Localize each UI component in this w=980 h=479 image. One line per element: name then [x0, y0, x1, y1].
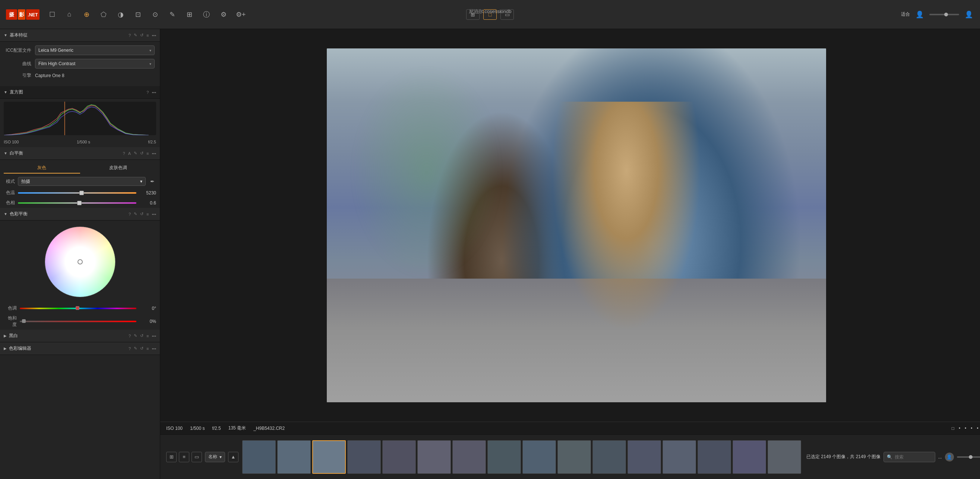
grid-icon[interactable]: ⊞: [184, 9, 194, 20]
gear-plus-icon[interactable]: ⚙+: [235, 9, 246, 20]
wb-tab-skin[interactable]: 皮肤色调: [80, 163, 156, 174]
thumbnail-item[interactable]: [347, 440, 381, 474]
bottom-zoom-slider[interactable]: [957, 456, 980, 458]
menu-icon[interactable]: ≡: [146, 334, 149, 338]
more-icon[interactable]: •••: [152, 346, 156, 351]
curve-dropdown[interactable]: Film High Contrast ▾: [35, 59, 154, 68]
dual-view-icon[interactable]: ▭: [500, 9, 514, 20]
help-icon[interactable]: ?: [129, 334, 131, 338]
image-viewer[interactable]: [160, 29, 980, 422]
thumbnail-item[interactable]: [768, 440, 801, 474]
reset-icon[interactable]: ↺: [140, 151, 143, 156]
more-options-label[interactable]: ...: [938, 454, 942, 460]
copy-icon[interactable]: ✎: [134, 333, 137, 338]
dot2-icon[interactable]: •: [965, 426, 966, 431]
more-icon[interactable]: •••: [152, 334, 156, 338]
info-icon[interactable]: ⓘ: [201, 9, 212, 20]
menu-icon[interactable]: ≡: [146, 346, 149, 351]
dial-icon[interactable]: ◑: [116, 9, 126, 20]
more-icon[interactable]: •••: [152, 212, 156, 216]
bw-header[interactable]: ▶ 黑白 ? ✎ ↺ ≡ •••: [0, 330, 160, 342]
thumbnail-item[interactable]: [242, 440, 276, 474]
reset-icon[interactable]: ↺: [140, 333, 143, 338]
zoom-slider[interactable]: [929, 14, 959, 15]
hue-slider[interactable]: [20, 308, 136, 309]
thumbnail-item[interactable]: [417, 440, 451, 474]
help-icon[interactable]: ?: [146, 90, 149, 95]
thumbnail-item[interactable]: [487, 440, 521, 474]
more-icon[interactable]: •••: [152, 33, 156, 38]
search-input[interactable]: [895, 454, 932, 460]
color-editor-header[interactable]: ▶ 色彩编辑器 ? ✎ ↺ ≡ •••: [0, 342, 160, 355]
person-icon[interactable]: 👤: [915, 9, 925, 20]
thumbnail-item[interactable]: [312, 440, 346, 474]
grid-view-icon[interactable]: ⊞: [466, 9, 480, 20]
link-icon[interactable]: ⊕: [81, 9, 92, 20]
thumbnail-item[interactable]: [277, 440, 311, 474]
pen-icon[interactable]: ✎: [167, 9, 177, 20]
reset-icon[interactable]: ↺: [140, 346, 143, 351]
expand-icon[interactable]: □: [952, 426, 954, 431]
grid-view-icon[interactable]: ⊞: [166, 452, 177, 462]
user-avatar[interactable]: 👤: [945, 452, 954, 462]
thumbnail-item[interactable]: [733, 440, 766, 474]
thumbnail-item[interactable]: [522, 440, 556, 474]
temp-slider[interactable]: [18, 192, 136, 194]
help-icon[interactable]: ?: [129, 346, 131, 351]
shape-icon[interactable]: ⬠: [99, 9, 109, 20]
sat-slider[interactable]: [20, 321, 136, 322]
help-icon[interactable]: ?: [129, 212, 131, 216]
film-view-icon[interactable]: ▭: [191, 452, 202, 462]
dot4-icon[interactable]: •: [977, 426, 978, 431]
thumbnail-item[interactable]: [627, 440, 661, 474]
sort-dropdown[interactable]: 名称 ▾: [205, 452, 225, 462]
wb-header[interactable]: ▼ 白平衡 ? A ✎ ↺ ≡ •••: [0, 147, 160, 160]
color-wheel[interactable]: [45, 227, 116, 297]
search-box[interactable]: 🔍: [883, 452, 935, 462]
iso-value: ISO 100: [4, 140, 19, 144]
auto-icon[interactable]: A: [128, 151, 131, 156]
dot3-icon[interactable]: •: [971, 426, 972, 431]
reset-icon[interactable]: ↺: [140, 33, 143, 38]
more-icon[interactable]: •••: [152, 90, 156, 95]
menu-icon[interactable]: ≡: [146, 212, 149, 216]
copy-icon[interactable]: ✎: [134, 151, 137, 156]
wb-mode-select[interactable]: 拍摄 ▾: [18, 177, 146, 186]
search-icon[interactable]: ⊙: [150, 9, 160, 20]
thumbnail-item[interactable]: [698, 440, 731, 474]
help-icon[interactable]: ?: [129, 33, 131, 38]
color-balance-header[interactable]: ▼ 色彩平衡 ? ✎ ↺ ≡ •••: [0, 208, 160, 220]
copy-icon[interactable]: ✎: [134, 346, 137, 351]
filmstrip-thumbnails: [242, 440, 803, 474]
menu-icon[interactable]: ≡: [146, 151, 149, 156]
basic-features-header[interactable]: ▼ 基本特征 ? ✎ ↺ ≡ •••: [0, 29, 160, 42]
menu-icon[interactable]: ≡: [146, 33, 149, 38]
person2-icon[interactable]: 👤: [964, 9, 974, 20]
single-view-icon[interactable]: □: [483, 9, 497, 20]
eyedropper-icon[interactable]: ✒: [149, 178, 156, 185]
camera-icon[interactable]: ⌂: [64, 9, 75, 20]
tint-slider[interactable]: [18, 202, 136, 204]
copy-icon[interactable]: ✎: [134, 212, 137, 216]
dot1-icon[interactable]: •: [959, 426, 960, 431]
folder-icon[interactable]: ☐: [47, 9, 57, 20]
thumbnail-item[interactable]: [557, 440, 591, 474]
thumbnail-item[interactable]: [382, 440, 416, 474]
wb-tab-gray[interactable]: 灰色: [4, 163, 80, 174]
crop-icon[interactable]: ⊡: [133, 9, 143, 20]
help-icon[interactable]: ?: [123, 151, 125, 156]
reset-icon[interactable]: ↺: [140, 212, 143, 216]
histogram-header[interactable]: ▼ 直方图 ? •••: [0, 86, 160, 99]
thumbnail-item[interactable]: [592, 440, 626, 474]
copy-icon[interactable]: ✎: [134, 33, 137, 38]
thumbnail-item[interactable]: [452, 440, 486, 474]
color-wheel-container: [0, 220, 160, 303]
sort-direction-icon[interactable]: ▲: [228, 452, 239, 462]
icc-dropdown[interactable]: Leica M9 Generic ▾: [35, 46, 154, 55]
thumbnail-item[interactable]: [662, 440, 696, 474]
gear-icon[interactable]: ⚙: [218, 9, 229, 20]
list-view-icon[interactable]: ≡: [179, 452, 189, 462]
color-wheel-dot[interactable]: [78, 259, 83, 265]
chevron-down-icon: ▼: [4, 151, 8, 155]
more-icon[interactable]: •••: [152, 151, 156, 156]
